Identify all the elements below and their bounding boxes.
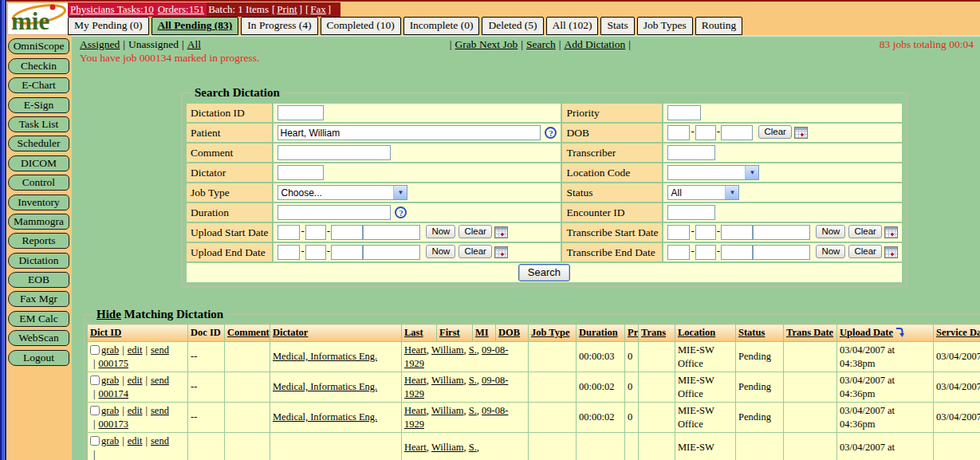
tab-my-pending[interactable]: My Pending (0)	[68, 17, 149, 35]
patient-mi-link[interactable]: S.	[469, 405, 482, 416]
grab-link[interactable]: grab	[101, 435, 119, 446]
calendar-icon[interactable]	[884, 246, 898, 258]
upload-start-now-button[interactable]: Now	[426, 225, 455, 238]
dob-month-input[interactable]	[667, 125, 690, 140]
transcribe-start-now-button[interactable]: Now	[816, 225, 845, 238]
upload-start-year-input[interactable]	[331, 225, 363, 240]
edit-link[interactable]: edit	[128, 375, 143, 386]
upload-end-day-input[interactable]	[305, 245, 326, 260]
col-dict-id[interactable]: Dict ID	[90, 327, 121, 338]
hide-link[interactable]: Hide	[96, 308, 121, 320]
upload-end-clear-button[interactable]: Clear	[459, 245, 491, 258]
col-first[interactable]: First	[439, 327, 460, 338]
tab-completed[interactable]: Completed (10)	[321, 17, 401, 35]
tab-job-types[interactable]: Job Types	[637, 17, 693, 35]
row-checkbox[interactable]	[90, 406, 100, 415]
help-icon[interactable]: ?	[545, 127, 557, 139]
dictator-link[interactable]: Medical, Informatics Eng.	[273, 411, 377, 423]
sidebar-item-e-chart[interactable]: E-Chart	[8, 77, 69, 93]
transcribe-end-time-input[interactable]	[753, 245, 810, 260]
patient-first-link[interactable]: William	[431, 442, 469, 453]
dob-clear-button[interactable]: Clear	[758, 125, 791, 139]
patient-first-link[interactable]: William	[431, 405, 469, 416]
col-status[interactable]: Status	[738, 327, 765, 338]
all-link[interactable]: All	[187, 38, 201, 50]
col-upload-date[interactable]: Upload Date	[840, 327, 893, 338]
col-job-type[interactable]: Job Type	[531, 327, 570, 338]
dob-day-input[interactable]	[695, 125, 716, 140]
patient-last-link[interactable]: Heart	[404, 375, 431, 386]
upload-end-year-input[interactable]	[331, 245, 363, 260]
upload-end-now-button[interactable]: Now	[426, 245, 455, 258]
tab-routing[interactable]: Routing	[695, 17, 743, 35]
tab-incomplete[interactable]: Incomplete (0)	[403, 17, 480, 35]
sidebar-item-dictation[interactable]: Dictation	[8, 253, 69, 269]
upload-end-time-input[interactable]	[363, 245, 420, 260]
dictation-id-input[interactable]	[277, 105, 324, 120]
col-location[interactable]: Location	[678, 327, 715, 338]
col-trans-date[interactable]: Trans Date	[786, 327, 833, 338]
patient-mi-link[interactable]: S.	[469, 442, 482, 453]
sidebar-item-fax-mgr[interactable]: Fax Mgr	[8, 291, 69, 307]
search-link[interactable]: Search	[526, 38, 556, 50]
transcribe-end-year-input[interactable]	[721, 245, 753, 260]
patient-first-link[interactable]: William	[431, 375, 469, 386]
orders-link[interactable]: Orders:151	[158, 3, 205, 16]
col-last[interactable]: Last	[404, 327, 423, 338]
sidebar-item-em-calc[interactable]: EM Calc	[8, 311, 69, 327]
upload-start-clear-button[interactable]: Clear	[459, 225, 491, 238]
transcribe-end-month-input[interactable]	[667, 245, 690, 260]
send-link[interactable]: send	[151, 375, 169, 386]
calendar-icon[interactable]	[794, 127, 808, 139]
calendar-icon[interactable]	[884, 226, 898, 238]
dictator-link[interactable]: Medical, Informatics Eng.	[273, 381, 377, 392]
edit-link[interactable]: edit	[128, 344, 143, 356]
transcribe-end-clear-button[interactable]: Clear	[848, 245, 881, 258]
fax-link[interactable]: Fax	[310, 3, 326, 16]
edit-link[interactable]: edit	[128, 435, 143, 446]
physicians-tasks-link[interactable]: Physicians Tasks:10	[70, 3, 154, 16]
sidebar-item-mammography[interactable]: Mammogra	[8, 214, 69, 230]
transcribe-start-time-input[interactable]	[753, 225, 810, 240]
job-type-select[interactable]: Choose... ▼	[277, 185, 407, 200]
col-comment[interactable]: Comment	[227, 327, 270, 338]
sidebar-item-reports[interactable]: Reports	[8, 233, 69, 249]
transcribe-end-day-input[interactable]	[695, 245, 716, 260]
col-trans[interactable]: Trans	[641, 327, 666, 338]
dict-id-link[interactable]: 000174	[99, 388, 129, 399]
unassigned-label[interactable]: Unassigned	[128, 38, 179, 50]
sidebar-item-checkin[interactable]: Checkin	[8, 58, 69, 74]
duration-input[interactable]	[277, 205, 391, 220]
row-checkbox[interactable]	[90, 436, 100, 446]
sidebar-item-inventory[interactable]: Inventory	[8, 195, 69, 210]
patient-last-link[interactable]: Heart	[404, 405, 431, 416]
sidebar-item-webscan[interactable]: WebScan	[8, 330, 69, 346]
sidebar-item-e-sign[interactable]: E-Sign	[8, 97, 69, 113]
add-dictation-link[interactable]: Add Dictation	[564, 38, 625, 50]
grab-next-job-link[interactable]: Grab Next Job	[455, 38, 518, 50]
patient-mi-link[interactable]: S.	[469, 375, 482, 386]
search-button[interactable]: Search	[518, 264, 570, 281]
print-link[interactable]: Print	[277, 3, 297, 16]
col-pri[interactable]: Pri	[628, 327, 639, 338]
send-link[interactable]: send	[151, 344, 169, 356]
transcribe-start-clear-button[interactable]: Clear	[848, 225, 881, 238]
col-duration[interactable]: Duration	[579, 327, 618, 338]
col-dictator[interactable]: Dictator	[273, 327, 308, 338]
comment-input[interactable]	[277, 145, 391, 160]
col-mi[interactable]: MI	[475, 327, 489, 338]
send-link[interactable]: send	[151, 435, 169, 446]
sidebar-item-dicom[interactable]: DICOM	[8, 155, 69, 171]
patient-first-link[interactable]: William	[431, 344, 469, 356]
upload-start-day-input[interactable]	[305, 225, 326, 240]
status-select[interactable]: All ▼	[667, 185, 739, 200]
tab-in-progress[interactable]: In Progress (4)	[241, 17, 317, 35]
row-checkbox[interactable]	[90, 345, 100, 355]
dob-year-input[interactable]	[721, 125, 753, 140]
grab-link[interactable]: grab	[101, 375, 119, 386]
transcribe-start-day-input[interactable]	[695, 225, 716, 240]
grab-link[interactable]: grab	[101, 344, 119, 356]
patient-last-link[interactable]: Heart	[404, 344, 431, 356]
grab-link[interactable]: grab	[101, 405, 119, 416]
calendar-icon[interactable]	[494, 226, 508, 238]
